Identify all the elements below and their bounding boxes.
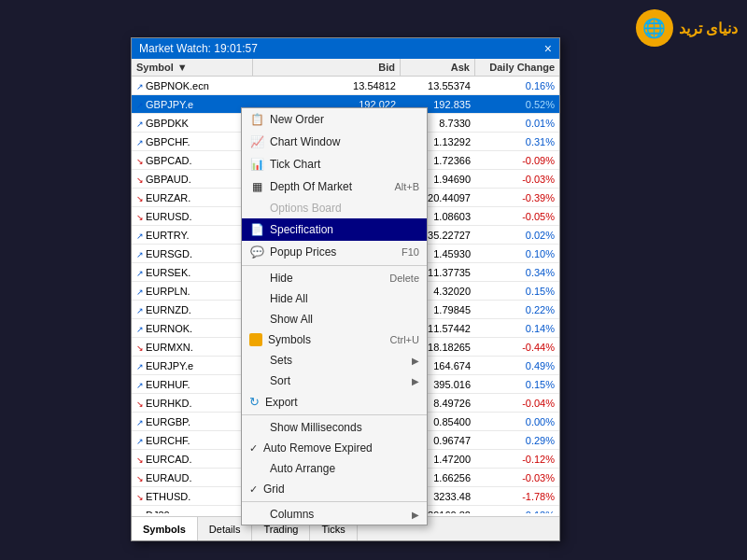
- change-cell: 0.49%: [475, 359, 559, 372]
- menu-item-left: Show Milliseconds: [249, 421, 419, 434]
- symbol-cell: ↘EURHKD.: [132, 397, 253, 410]
- symbol-cell: ↗EURNZD.: [132, 303, 253, 316]
- menu-item-left: Symbols: [249, 333, 390, 346]
- table-row[interactable]: ↗GBPNOK.ecn 13.54812 13.55374 0.16%: [132, 77, 559, 95]
- menu-item-specification[interactable]: 📄 Specification: [242, 218, 427, 241]
- tab-symbols[interactable]: Symbols: [132, 517, 198, 540]
- context-menu: 📋 New Order 📈 Chart Window 📊 Tick Chart …: [241, 107, 428, 525]
- menu-label: Sets: [270, 354, 292, 367]
- menu-item-symbols[interactable]: Symbols Ctrl+U: [242, 329, 427, 350]
- symbol-cell: ↘GBPAUD.: [132, 173, 253, 186]
- menu-label: Depth Of Market: [270, 180, 352, 193]
- arrow-down-icon: ↘: [136, 399, 144, 409]
- menu-separator: [242, 265, 427, 266]
- symbol-cell: ↗EURJPY.e: [132, 359, 253, 372]
- menu-item-sort[interactable]: Sort ▶: [242, 371, 427, 391]
- menu-item-left: 📈 Chart Window: [249, 134, 419, 149]
- symbol-cell: ↗DJ30.ec: [132, 509, 253, 514]
- menu-item-popup-prices[interactable]: 💬 Popup Prices F10: [242, 241, 427, 263]
- menu-item-hide-all[interactable]: Hide All: [242, 288, 427, 309]
- arrow-up-icon: ↗: [136, 325, 144, 334]
- popup-prices-icon: 💬: [249, 245, 264, 259]
- change-cell: -0.12%: [475, 453, 559, 466]
- menu-item-left: ✓ Auto Remove Expired: [249, 441, 419, 455]
- symbol-cell: ↘EURAUD.: [132, 471, 253, 484]
- menu-item-auto-remove-expired[interactable]: ✓ Auto Remove Expired: [242, 438, 427, 458]
- change-cell: -0.44%: [475, 341, 559, 354]
- symbol-cell: ↗EURTRY.: [132, 229, 253, 242]
- symbol-cell: ↘EURUSD.: [132, 210, 253, 223]
- menu-label: Grid: [263, 483, 285, 496]
- symbol-cell: ↗EURSGD.: [132, 247, 253, 260]
- column-headers: Symbol ▼ Bid Ask Daily Change: [132, 59, 559, 77]
- change-cell: 0.14%: [475, 322, 559, 335]
- menu-item-show-all[interactable]: Show All: [242, 309, 427, 329]
- col-ask-header: Ask: [401, 59, 475, 76]
- symbol-cell: ↘ETHUSD.: [132, 490, 253, 503]
- menu-item-show-milliseconds[interactable]: Show Milliseconds: [242, 417, 427, 438]
- menu-item-columns[interactable]: Columns ▶: [242, 504, 427, 525]
- symbol-cell: ↗GBPJPY.e: [132, 98, 253, 111]
- menu-item-sets[interactable]: Sets ▶: [242, 350, 427, 371]
- change-cell: 0.01%: [475, 117, 559, 130]
- change-cell: 0.10%: [475, 247, 559, 260]
- tick-chart-icon: 📊: [249, 157, 264, 172]
- change-cell: 0.29%: [475, 434, 559, 447]
- symbol-cell: ↘EURMXN.: [132, 341, 253, 354]
- menu-item-chart-window[interactable]: 📈 Chart Window: [242, 131, 427, 153]
- change-cell: -0.05%: [475, 210, 559, 223]
- menu-label: Chart Window: [270, 135, 340, 148]
- arrow-down-icon: ↘: [136, 493, 144, 502]
- arrow-up-icon: ↗: [136, 269, 144, 278]
- new-order-icon: 📋: [249, 112, 264, 127]
- symbol-cell: ↘EURCAD.: [132, 453, 253, 466]
- col-symbol-header[interactable]: Symbol ▼: [132, 59, 253, 76]
- change-cell: 0.15%: [475, 378, 559, 391]
- menu-item-hide[interactable]: Hide Delete: [242, 268, 427, 288]
- dropdown-icon: ▼: [177, 62, 188, 73]
- symbol-cell: ↗EURHUF.: [132, 378, 253, 391]
- menu-label: Symbols: [268, 333, 311, 346]
- symbol-cell: ↘EURZAR.: [132, 191, 253, 204]
- arrow-up-icon: ↗: [136, 381, 144, 390]
- checkmark-icon: ✓: [249, 483, 258, 496]
- logo-area: دنیای ترید 🌐: [636, 9, 738, 47]
- shortcut-label: Alt+B: [394, 181, 419, 192]
- menu-item-auto-arrange[interactable]: Auto Arrange: [242, 458, 427, 479]
- menu-item-options-board: Options Board: [242, 198, 427, 218]
- menu-label: Options Board: [270, 202, 342, 215]
- arrow-down-icon: ↘: [136, 175, 144, 185]
- close-button[interactable]: ×: [544, 41, 552, 56]
- change-cell: -1.78%: [475, 490, 559, 503]
- arrow-up-icon: ↗: [136, 287, 144, 297]
- menu-item-left: ▦ Depth Of Market: [249, 179, 394, 194]
- menu-item-depth-of-market[interactable]: ▦ Depth Of Market Alt+B: [242, 175, 427, 198]
- menu-item-left: Columns: [249, 508, 412, 521]
- symbol-cell: ↗EURCHF.: [132, 434, 253, 447]
- menu-item-left: Auto Arrange: [249, 462, 419, 475]
- menu-label: Show All: [270, 313, 313, 326]
- change-cell: 0.00%: [475, 415, 559, 428]
- symbol-cell: ↗GBPNOK.ecn: [132, 79, 253, 92]
- arrow-down-icon: ↘: [136, 455, 144, 465]
- col-bid-header: Bid: [253, 59, 401, 76]
- logo-text: دنیای ترید: [679, 20, 738, 37]
- change-cell: 0.34%: [475, 266, 559, 279]
- menu-label: Specification: [270, 223, 333, 236]
- menu-item-left: Show All: [249, 313, 419, 326]
- menu-item-left: ↻ Export: [249, 395, 419, 409]
- menu-label: Columns: [270, 508, 314, 521]
- menu-item-grid[interactable]: ✓ Grid: [242, 479, 427, 499]
- arrow-down-icon: ↘: [136, 213, 144, 222]
- symbol-cell: ↗GBPDKK: [132, 117, 253, 130]
- change-cell: -0.03%: [475, 471, 559, 484]
- change-cell: -0.39%: [475, 191, 559, 204]
- menu-item-new-order[interactable]: 📋 New Order: [242, 108, 427, 131]
- menu-item-tick-chart[interactable]: 📊 Tick Chart: [242, 153, 427, 175]
- menu-label: Tick Chart: [270, 158, 320, 171]
- arrow-up-icon: ↗: [136, 511, 144, 514]
- menu-item-export[interactable]: ↻ Export: [242, 391, 427, 413]
- title-bar: Market Watch: 19:01:57 ×: [132, 38, 559, 59]
- specification-icon: 📄: [249, 222, 264, 237]
- symbol-cell: ↗EURPLN.: [132, 285, 253, 298]
